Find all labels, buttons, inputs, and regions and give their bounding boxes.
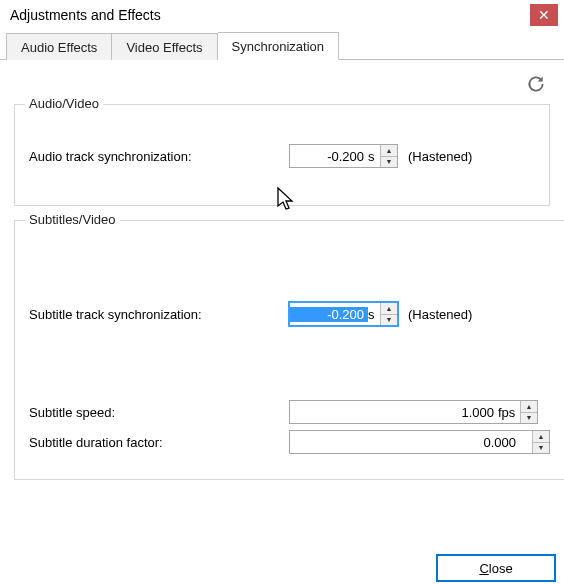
close-button-mnemonic: C bbox=[479, 561, 488, 576]
input-sub-speed[interactable] bbox=[290, 405, 498, 420]
sync-panel: Audio/Video Audio track synchronization:… bbox=[0, 60, 564, 480]
label-sub-dur: Subtitle duration factor: bbox=[29, 435, 289, 450]
suffix-audio-sync: (Hastened) bbox=[408, 149, 472, 164]
bottom-bar: Close bbox=[436, 554, 556, 582]
tab-video-effects[interactable]: Video Effects bbox=[112, 33, 217, 60]
group-title-audio-video: Audio/Video bbox=[25, 96, 103, 111]
close-button[interactable]: Close bbox=[436, 554, 556, 582]
spinner-sub-sync[interactable]: s ▲ ▼ bbox=[289, 302, 398, 326]
spin-down-sub-sync[interactable]: ▼ bbox=[381, 314, 397, 326]
spin-up-sub-dur[interactable]: ▲ bbox=[533, 431, 549, 442]
refresh-icon[interactable] bbox=[526, 74, 546, 94]
titlebar: Adjustments and Effects ✕ bbox=[0, 0, 564, 30]
unit-sub-sync: s bbox=[368, 307, 380, 322]
spin-up-sub-sync[interactable]: ▲ bbox=[381, 303, 397, 314]
suffix-sub-sync: (Hastened) bbox=[408, 307, 472, 322]
window-title: Adjustments and Effects bbox=[10, 7, 161, 23]
unit-audio-sync: s bbox=[368, 149, 380, 164]
group-subtitles-video: Subtitles/Video Subtitle track synchroni… bbox=[14, 220, 564, 480]
spinner-sub-speed[interactable]: fps ▲ ▼ bbox=[289, 400, 538, 424]
label-audio-sync: Audio track synchronization: bbox=[29, 149, 289, 164]
spinner-audio-sync[interactable]: s ▲ ▼ bbox=[289, 144, 398, 168]
spin-down-audio-sync[interactable]: ▼ bbox=[381, 156, 397, 168]
unit-sub-speed: fps bbox=[498, 405, 520, 420]
label-sub-sync: Subtitle track synchronization: bbox=[29, 307, 289, 322]
tab-synchronization[interactable]: Synchronization bbox=[218, 32, 340, 60]
group-title-subtitles-video: Subtitles/Video bbox=[25, 212, 120, 227]
tab-audio-effects[interactable]: Audio Effects bbox=[6, 33, 112, 60]
group-audio-video: Audio/Video Audio track synchronization:… bbox=[14, 104, 550, 206]
spinner-sub-dur[interactable]: ▲ ▼ bbox=[289, 430, 550, 454]
spin-down-sub-speed[interactable]: ▼ bbox=[521, 412, 537, 424]
input-sub-dur[interactable] bbox=[290, 435, 520, 450]
spin-up-audio-sync[interactable]: ▲ bbox=[381, 145, 397, 156]
input-audio-sync[interactable] bbox=[290, 149, 368, 164]
input-sub-sync[interactable] bbox=[290, 307, 368, 322]
spin-down-sub-dur[interactable]: ▼ bbox=[533, 442, 549, 454]
window-close-button[interactable]: ✕ bbox=[530, 4, 558, 26]
close-icon: ✕ bbox=[538, 7, 550, 23]
tab-bar: Audio Effects Video Effects Synchronizat… bbox=[0, 30, 564, 60]
close-button-rest: lose bbox=[489, 561, 513, 576]
spin-up-sub-speed[interactable]: ▲ bbox=[521, 401, 537, 412]
label-sub-speed: Subtitle speed: bbox=[29, 405, 289, 420]
